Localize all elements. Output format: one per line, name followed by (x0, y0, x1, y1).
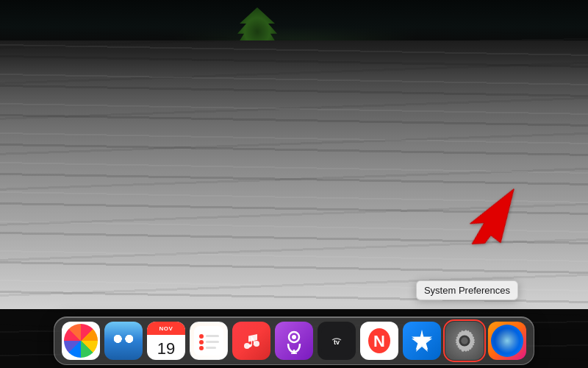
svg-point-19 (498, 332, 516, 350)
dock-icon-reminders[interactable] (190, 322, 228, 360)
dock-icon-news[interactable]: N (360, 322, 398, 360)
svg-rect-6 (206, 347, 216, 349)
dock-icon-firefox[interactable] (488, 322, 526, 360)
dock-icon-sysprefs[interactable] (445, 322, 484, 360)
svg-point-3 (199, 340, 204, 344)
svg-point-8 (254, 341, 259, 347)
svg-point-20 (502, 336, 512, 346)
appletv-icon-svg: tv (321, 325, 352, 356)
svg-text:N: N (373, 332, 385, 350)
dock-icon-photos[interactable] (62, 322, 100, 360)
rock-layers (0, 40, 588, 309)
svg-point-10 (292, 335, 296, 339)
svg-point-1 (199, 334, 204, 339)
dock: NOV 19 (54, 316, 534, 365)
news-icon-svg: N (364, 325, 395, 356)
appstore-icon-svg (410, 329, 434, 353)
dock-icon-podcasts[interactable] (275, 322, 313, 360)
svg-rect-4 (206, 341, 219, 343)
sky-layer (0, 0, 588, 44)
sysprefs-icon-svg (452, 328, 477, 353)
dock-icon-appletv[interactable]: tv (318, 322, 356, 360)
dock-icon-finder[interactable] (104, 322, 143, 360)
svg-text:tv: tv (334, 339, 340, 346)
music-icon-svg (240, 330, 262, 352)
svg-rect-2 (206, 335, 219, 337)
dock-icon-calendar[interactable]: NOV 19 (147, 322, 185, 360)
firefox-icon-svg (494, 328, 520, 354)
podcasts-icon-svg (281, 328, 307, 354)
svg-point-5 (199, 346, 204, 350)
calendar-date: 19 (147, 341, 185, 357)
calendar-month: NOV (147, 322, 185, 335)
svg-point-7 (244, 343, 250, 349)
dock-container: NOV 19 (0, 309, 588, 368)
svg-point-18 (461, 337, 467, 344)
dock-icon-music[interactable] (232, 322, 270, 360)
finder-face (104, 322, 143, 360)
reminders-icon-svg (194, 326, 223, 355)
dock-icon-appstore[interactable] (403, 322, 441, 360)
